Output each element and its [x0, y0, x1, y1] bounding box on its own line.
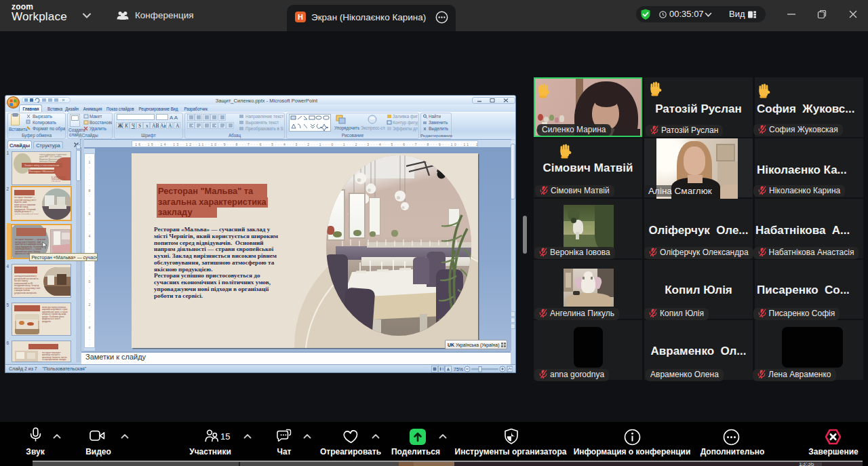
svg-text:S: S — [138, 123, 141, 129]
svg-text:Копировать: Копировать — [33, 120, 57, 125]
svg-text:Выделить: Выделить — [429, 126, 449, 132]
svg-text:Контур фигуры: Контур фигуры — [393, 120, 418, 125]
svg-text:Вырезать: Вырезать — [33, 114, 53, 119]
svg-text:Формат по образцу: Формат по образцу — [33, 126, 65, 132]
svg-text:Ч: Ч — [132, 123, 135, 129]
svg-text:x: x — [146, 123, 149, 129]
svg-text:А: А — [168, 123, 172, 129]
svg-text:АВ: АВ — [152, 123, 159, 129]
svg-text:Преобразовать в Smart: Преобразовать в Smart — [245, 126, 283, 132]
svg-text:К: К — [124, 123, 129, 129]
svg-text:Эффекты для фигур: Эффекты для фигур — [393, 126, 418, 132]
svg-text:Удалить: Удалить — [90, 126, 106, 132]
svg-text:Упорядочить: Упорядочить — [334, 125, 359, 131]
svg-text:Макет: Макет — [90, 114, 102, 119]
svg-text:Экспресс-стили: Экспресс-стили — [361, 125, 385, 131]
svg-text:Заливка фигуры: Заливка фигуры — [393, 114, 418, 119]
svg-text:А: А — [176, 123, 180, 129]
svg-text:Аа: Аа — [160, 123, 166, 129]
svg-text:Выровнять текст: Выровнять текст — [245, 120, 279, 125]
svg-text:Заменить: Заменить — [429, 120, 448, 125]
svg-text:Ж: Ж — [118, 123, 123, 129]
svg-text:Восстановить: Восстановить — [90, 120, 112, 125]
svg-text:A A: A A — [170, 115, 178, 121]
svg-text:75%: 75% — [454, 367, 463, 372]
svg-text:Направление текста: Направление текста — [245, 114, 283, 119]
svg-text:Найти: Найти — [429, 114, 441, 119]
